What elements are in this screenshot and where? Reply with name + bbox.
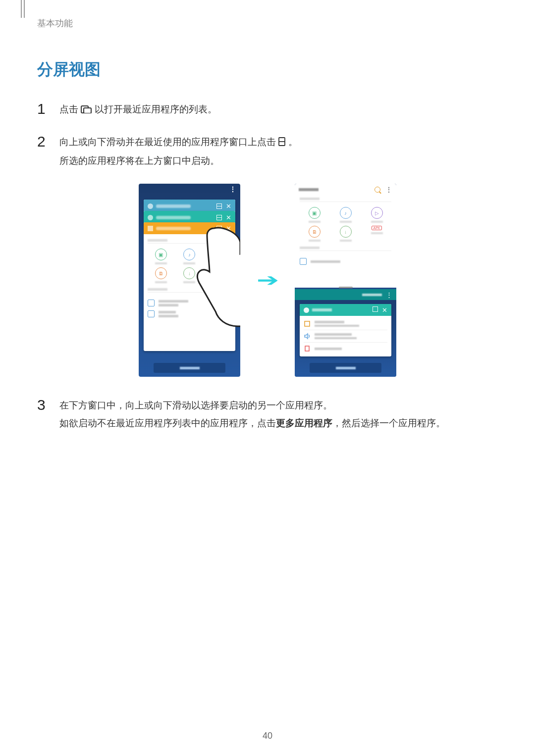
images-icon: ▣ [148, 249, 174, 264]
connections-icon [304, 320, 311, 327]
list-item [304, 318, 387, 330]
more-apps-header: ⋮ [295, 289, 396, 300]
step-body: 点击 以打开最近应用程序的列表。 [59, 101, 498, 119]
myfiles-body: ▣ ♪ ▷ 🗎 ↓ APK [144, 234, 235, 324]
split-icon [373, 306, 378, 312]
step-body: 向上或向下滑动并在最近使用的应用程序窗口上点击 。 所选的应用程序将在上方窗口中… [59, 133, 498, 170]
recent-apps-icon [81, 101, 92, 119]
categories-label [148, 239, 167, 242]
settings-list [300, 316, 391, 356]
myfiles-body: ▣ ♪ ▷ 🗎 ↓ APK [295, 196, 396, 269]
split-bottom-pane: ⋮ ✕ [295, 289, 396, 377]
recent-app-card-myfiles: ✕ ▣ ♪ ▷ 🗎 ↓ APK [144, 222, 235, 351]
right-phone-mockup: ⋮ ▣ ♪ ▷ 🗎 ↓ APK [295, 184, 396, 377]
step-number: 3 [37, 397, 59, 413]
more-apps-label [362, 294, 382, 296]
close-all-button [310, 363, 381, 373]
documents-icon: 🗎 [148, 267, 174, 283]
sound-icon [304, 333, 311, 340]
apk-icon: APK [362, 226, 391, 242]
split-icon [216, 226, 222, 231]
breadcrumb: 基本功能 [37, 17, 498, 29]
close-all-button [154, 363, 225, 373]
documents-icon: 🗎 [300, 226, 329, 242]
step-number: 2 [37, 133, 59, 150]
sd-card-item [148, 308, 231, 319]
apk-icon: APK [205, 267, 231, 283]
downloads-icon: ↓ [331, 226, 360, 242]
page-content: 基本功能 分屏视图 1 点击 以打开最近应用程序的列表。 2 向上或向下滑动并在… [0, 0, 535, 432]
more-icon: ⋮ [386, 291, 392, 299]
videos-icon: ▷ [205, 249, 231, 264]
step-1-text-a: 点击 [59, 104, 81, 114]
step-2-text-a: 向上或向下滑动并在最近使用的应用程序窗口上点击 [59, 137, 278, 147]
section-title: 分屏视图 [37, 59, 498, 81]
screenshots-row: ⋮ ✕ ✕ ✕ ▣ ♪ ▷ 🗎 ↓ APK [37, 184, 498, 377]
step-body: 在下方窗口中，向上或向下滑动以选择要启动的另一个应用程序。 如欲启动不在最近应用… [59, 397, 498, 432]
phone-label [148, 288, 167, 291]
list-item [304, 343, 387, 354]
step-1-text-b: 以打开最近应用程序的列表。 [95, 104, 217, 114]
split-handle [295, 285, 396, 289]
step-3-text-c: ，然后选择一个应用程序。 [332, 418, 445, 428]
category-grid: ▣ ♪ ▷ 🗎 ↓ APK [148, 249, 231, 283]
more-icon: ⋮ [229, 185, 236, 193]
step-3-bold: 更多应用程序 [276, 418, 332, 428]
categories-label [300, 198, 320, 200]
close-icon: ✕ [382, 306, 387, 314]
svg-rect-4 [305, 321, 310, 326]
split-top-pane: ⋮ ▣ ♪ ▷ 🗎 ↓ APK [295, 184, 396, 288]
left-phone-topbar: ⋮ [139, 184, 240, 195]
myfiles-header: ⋮ [295, 184, 396, 196]
step-3-text-b: 如欲启动不在最近应用程序列表中的应用程序，点击 [59, 418, 276, 428]
step-2-text-c: 所选的应用程序将在上方窗口中启动。 [59, 155, 219, 166]
step-2-text-b: 。 [288, 137, 298, 147]
audio-icon: ♪ [176, 249, 203, 264]
close-icon: ✕ [226, 225, 231, 232]
close-icon: ✕ [226, 202, 231, 210]
left-phone-mockup: ⋮ ✕ ✕ ✕ ▣ ♪ ▷ 🗎 ↓ APK [139, 184, 240, 377]
search-icon [374, 187, 380, 193]
split-icon [216, 215, 222, 220]
myfiles-title [299, 188, 319, 191]
step-number: 1 [37, 101, 59, 117]
category-grid: ▣ ♪ ▷ 🗎 ↓ APK [300, 207, 391, 242]
downloads-icon: ↓ [176, 267, 203, 283]
svg-rect-5 [305, 346, 309, 351]
videos-icon: ▷ [362, 207, 391, 223]
more-icon: ⋮ [385, 186, 392, 194]
page-number: 40 [0, 731, 535, 741]
split-icon [216, 203, 222, 209]
internal-storage-item [148, 298, 231, 308]
step-2: 2 向上或向下滑动并在最近使用的应用程序窗口上点击 。 所选的应用程序将在上方窗… [37, 133, 498, 170]
list-item [304, 330, 387, 343]
step-3-text-a: 在下方窗口中，向上或向下滑动以选择要启动的另一个应用程序。 [59, 400, 332, 410]
settings-card: ✕ [300, 304, 391, 356]
step-3: 3 在下方窗口中，向上或向下滑动以选择要启动的另一个应用程序。 如欲启动不在最近… [37, 397, 498, 432]
close-icon: ✕ [226, 214, 231, 221]
audio-icon: ♪ [331, 207, 360, 223]
images-icon: ▣ [300, 207, 329, 223]
notifications-icon [304, 345, 311, 352]
step-1: 1 点击 以打开最近应用程序的列表。 [37, 101, 498, 119]
phone-label [300, 247, 320, 249]
split-screen-icon [278, 134, 285, 152]
arrow-icon: ➔ [257, 270, 279, 291]
internal-storage-item [300, 256, 391, 267]
svg-rect-1 [84, 108, 91, 113]
